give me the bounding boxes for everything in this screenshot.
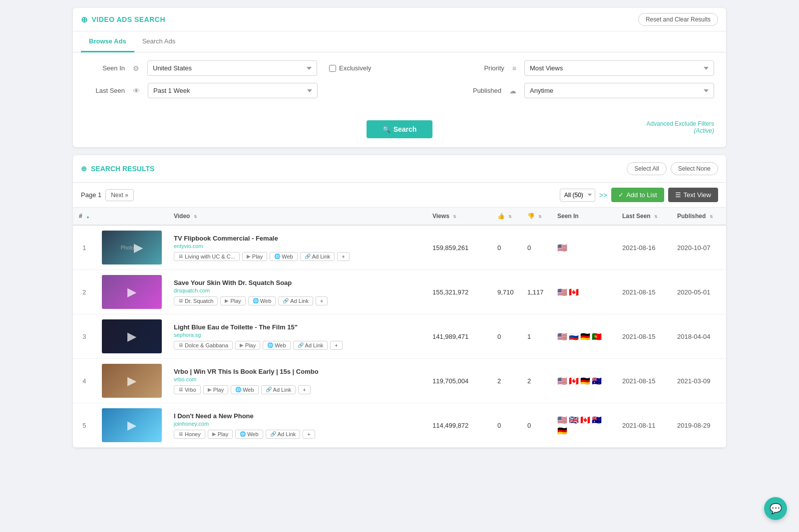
video-tag-plus[interactable]: + bbox=[303, 430, 315, 439]
table-row: 4▶Vrbo | Win VR This Is Book Early | 15s… bbox=[73, 359, 726, 403]
video-tag-plus[interactable]: + bbox=[298, 385, 310, 394]
cell-dislikes: 1 bbox=[521, 314, 551, 359]
video-tag-plus[interactable]: + bbox=[330, 341, 342, 350]
cell-thumb[interactable]: ▶ bbox=[96, 314, 168, 359]
tag-label: Dr. Squatch bbox=[185, 298, 213, 304]
video-title[interactable]: TV Flipbook Commercial - Female bbox=[174, 235, 420, 242]
col-header-last-seen[interactable]: Last Seen ⇅ bbox=[616, 208, 671, 225]
video-tag[interactable]: 🌐Web bbox=[270, 252, 297, 261]
select-none-button[interactable]: Select None bbox=[671, 162, 718, 175]
tag-label: Living with UC & C... bbox=[185, 254, 235, 260]
video-domain[interactable]: joinhoney.com bbox=[174, 421, 420, 427]
col-header-views[interactable]: Views ⇅ bbox=[426, 208, 491, 225]
published-label: Published bbox=[461, 87, 501, 94]
tag-icon: 🌐 bbox=[235, 387, 241, 392]
tag-icon: ▶ bbox=[240, 342, 244, 348]
video-tag[interactable]: 🖥Dr. Squatch bbox=[174, 296, 218, 305]
video-tag[interactable]: ▶Play bbox=[235, 341, 260, 350]
col-header-published[interactable]: Published ⇅ bbox=[671, 208, 726, 225]
video-tag[interactable]: 🔗Ad Link bbox=[300, 252, 335, 261]
exclusively-checkbox-wrap: Exclusively bbox=[329, 64, 371, 72]
video-tag[interactable]: ▶Play bbox=[242, 252, 267, 261]
reset-button[interactable]: Reset and Clear Results bbox=[638, 13, 718, 26]
tag-label: Web bbox=[275, 342, 286, 348]
cell-likes: 9,710 bbox=[491, 270, 521, 314]
exclusively-checkbox[interactable] bbox=[329, 65, 336, 72]
video-tag-plus[interactable]: + bbox=[316, 296, 328, 305]
video-domain[interactable]: sephora.sg bbox=[174, 332, 420, 338]
cell-thumb[interactable]: ▶ bbox=[96, 270, 168, 314]
tab-search-ads[interactable]: Search Ads bbox=[134, 31, 184, 52]
checkmark-icon: ✓ bbox=[618, 191, 624, 199]
video-tag[interactable]: 🖥Vrbo bbox=[174, 385, 201, 394]
video-title[interactable]: Light Blue Eau de Toilette - The Film 15… bbox=[174, 323, 420, 331]
tag-label: Play bbox=[213, 387, 224, 393]
col-header-dislikes[interactable]: 👎 ⇅ bbox=[521, 208, 551, 225]
video-title[interactable]: Save Your Skin With Dr. Squatch Soap bbox=[174, 279, 420, 286]
priority-icon: ≡ bbox=[512, 64, 516, 72]
col-header-seen-in[interactable]: Seen In bbox=[551, 208, 616, 225]
nav-arrows[interactable]: >> bbox=[599, 191, 607, 199]
video-tag[interactable]: ▶Play bbox=[208, 430, 233, 439]
video-tag[interactable]: 🖥Living with UC & C... bbox=[174, 252, 240, 261]
tab-browse-ads[interactable]: Browse Ads bbox=[81, 31, 134, 52]
cell-num: 2 bbox=[73, 270, 96, 314]
seen-in-icon: ⚙ bbox=[133, 64, 139, 72]
tag-icon: 🌐 bbox=[267, 342, 273, 348]
video-thumbnail[interactable]: ▶ bbox=[102, 364, 162, 398]
cell-thumb[interactable]: ▶ bbox=[96, 359, 168, 403]
tag-label: Ad Link bbox=[305, 342, 324, 348]
tag-label: Play bbox=[230, 298, 241, 304]
cell-thumb[interactable]: Photo▶ bbox=[96, 225, 168, 270]
video-domain[interactable]: vrbo.com bbox=[174, 376, 420, 382]
video-tag[interactable]: 🌐Web bbox=[263, 341, 290, 350]
last-seen-select[interactable]: Past 1 Day Past 1 Week Past 1 Month Past… bbox=[148, 83, 318, 98]
published-select[interactable]: Anytime Past 1 Week Past 1 Month Past 3 … bbox=[524, 83, 714, 98]
video-thumbnail[interactable]: ▶ bbox=[102, 319, 162, 353]
video-tag-plus[interactable]: + bbox=[337, 252, 349, 261]
select-all-button[interactable]: Select All bbox=[627, 162, 666, 175]
country-flag: 🇨🇦 bbox=[580, 415, 590, 425]
text-view-button[interactable]: ☰ Text View bbox=[668, 188, 718, 202]
seen-in-select[interactable]: United States United Kingdom Canada Aust… bbox=[147, 60, 317, 76]
next-page-button[interactable]: Next » bbox=[105, 189, 134, 201]
video-tag[interactable]: ▶Play bbox=[203, 385, 228, 394]
text-view-icon: ☰ bbox=[675, 191, 681, 199]
video-tag[interactable]: 🔗Ad Link bbox=[266, 430, 301, 439]
video-domain[interactable]: drsquatch.com bbox=[174, 287, 420, 293]
col-header-likes[interactable]: 👍 ⇅ bbox=[491, 208, 521, 225]
video-tag[interactable]: 🔗Ad Link bbox=[261, 385, 296, 394]
col-header-video[interactable]: Video ⇅ bbox=[168, 208, 426, 225]
count-select[interactable]: All (50) 25 10 bbox=[560, 189, 595, 202]
cell-thumb[interactable]: ▶ bbox=[96, 403, 168, 448]
search-button[interactable]: 🔍 Search bbox=[367, 120, 433, 138]
tag-label: Web bbox=[243, 387, 254, 393]
add-to-list-button[interactable]: ✓ Add to List bbox=[611, 188, 664, 202]
video-domain[interactable]: entyvio.com bbox=[174, 243, 420, 249]
video-tag[interactable]: 🖥Honey bbox=[174, 430, 205, 439]
video-tag[interactable]: 🔗Ad Link bbox=[293, 341, 328, 350]
advanced-filters-link[interactable]: Advanced Exclude Filters (Active) bbox=[647, 120, 714, 134]
video-tag[interactable]: 🌐Web bbox=[231, 385, 258, 394]
tag-label: Web bbox=[247, 431, 258, 437]
cell-views: 159,859,261 bbox=[426, 225, 491, 270]
video-tag[interactable]: ▶Play bbox=[220, 296, 245, 305]
video-thumbnail[interactable]: Photo▶ bbox=[102, 231, 162, 265]
priority-label: Priority bbox=[464, 64, 504, 72]
video-thumbnail[interactable]: ▶ bbox=[102, 275, 162, 309]
cell-num: 5 bbox=[73, 403, 96, 448]
video-thumbnail[interactable]: ▶ bbox=[102, 408, 162, 442]
video-title[interactable]: Vrbo | Win VR This Is Book Early | 15s |… bbox=[174, 368, 420, 375]
country-flag: 🇩🇪 bbox=[580, 376, 590, 386]
video-tag[interactable]: 🖥Dolce & Gabbana bbox=[174, 341, 233, 350]
actions-right: All (50) 25 10 >> ✓ Add to List ☰ Text V… bbox=[560, 188, 718, 202]
priority-select[interactable]: Most Views Most Likes Most Recent Trendi… bbox=[524, 60, 714, 76]
col-header-num[interactable]: # ▲ bbox=[73, 208, 96, 225]
country-flag: 🇺🇸 bbox=[557, 287, 567, 297]
video-tag[interactable]: 🌐Web bbox=[235, 430, 263, 439]
video-tag[interactable]: 🔗Ad Link bbox=[278, 296, 313, 305]
tag-icon: ▶ bbox=[247, 254, 251, 259]
video-title[interactable]: I Don't Need a New Phone bbox=[174, 412, 420, 420]
video-tag[interactable]: 🌐Web bbox=[248, 296, 276, 305]
cell-seen-in: 🇺🇸🇨🇦 bbox=[551, 270, 616, 314]
